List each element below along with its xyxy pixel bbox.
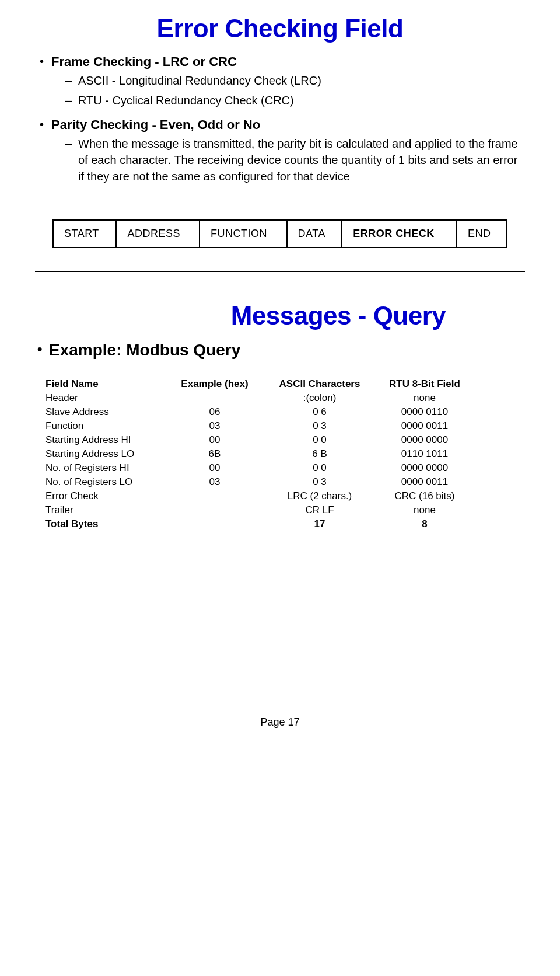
cell-hex: 6B [168, 447, 261, 461]
hdr-field-name: Field Name [46, 377, 168, 391]
cell-ascii: 17 [261, 517, 378, 531]
frame-table: START ADDRESS FUNCTION DATA ERROR CHECK … [52, 219, 508, 248]
slide-divider [35, 271, 525, 272]
cell-ascii: LRC (2 chars.) [261, 489, 378, 503]
table-row-total: Total Bytes 17 8 [46, 517, 525, 531]
cell-name: Trailer [46, 503, 168, 517]
bullet2-head: Parity Checking - Even, Odd or No [51, 117, 525, 133]
sub-parity-desc: When the message is transmitted, the par… [65, 135, 525, 184]
sub-rtu-crc: RTU - Cyclical Redundancy Check (CRC) [65, 92, 525, 109]
cell-hex: 00 [168, 461, 261, 475]
cell-rtu: 0000 0000 [378, 461, 471, 475]
bottom-divider [35, 695, 525, 695]
cell-ascii: 0 3 [261, 475, 378, 489]
sub-ascii-lrc: ASCII - Longitudinal Redundancy Check (L… [65, 72, 525, 89]
page-number: Page 17 [35, 716, 525, 728]
cell-ascii: 0 3 [261, 419, 378, 433]
frame-cell-function: FUNCTION [200, 220, 287, 248]
table-row: No. of Registers HI 00 0 0 0000 0000 [46, 461, 525, 475]
table-row: Function 03 0 3 0000 0011 [46, 419, 525, 433]
frame-cell-address: ADDRESS [116, 220, 199, 248]
cell-rtu: 0000 0011 [378, 419, 471, 433]
frame-cell-end: END [457, 220, 507, 248]
cell-hex: 00 [168, 433, 261, 447]
cell-name: No. of Registers LO [46, 475, 168, 489]
frame-cell-start: START [53, 220, 116, 248]
cell-hex [168, 517, 261, 531]
cell-name: Starting Address HI [46, 433, 168, 447]
cell-name: Total Bytes [46, 517, 168, 531]
table-row: No. of Registers LO 03 0 3 0000 0011 [46, 475, 525, 489]
cell-name: Slave Address [46, 405, 168, 419]
bullet-parity-checking: Parity Checking - Even, Odd or No When t… [37, 117, 525, 184]
bullet-frame-checking: Frame Checking - LRC or CRC ASCII - Long… [37, 54, 525, 109]
bullet2-sublist: When the message is transmitted, the par… [65, 135, 525, 184]
table-header-row: Field Name Example (hex) ASCII Character… [46, 377, 525, 391]
cell-hex [168, 489, 261, 503]
table-row: Header :(colon) none [46, 391, 525, 405]
query-table: Field Name Example (hex) ASCII Character… [46, 377, 525, 531]
cell-ascii: 0 0 [261, 433, 378, 447]
table-row: Error Check LRC (2 chars.) CRC (16 bits) [46, 489, 525, 503]
cell-hex: 06 [168, 405, 261, 419]
table-row: Trailer CR LF none [46, 503, 525, 517]
cell-name: Starting Address LO [46, 447, 168, 461]
cell-hex [168, 391, 261, 405]
frame-table-wrap: START ADDRESS FUNCTION DATA ERROR CHECK … [52, 219, 508, 248]
cell-rtu: none [378, 391, 471, 405]
table-row: Slave Address 06 0 6 0000 0110 [46, 405, 525, 419]
cell-name: Error Check [46, 489, 168, 503]
cell-ascii: CR LF [261, 503, 378, 517]
cell-rtu: CRC (16 bits) [378, 489, 471, 503]
cell-rtu: none [378, 503, 471, 517]
cell-name: No. of Registers HI [46, 461, 168, 475]
cell-name: Header [46, 391, 168, 405]
slide1-bullets: Frame Checking - LRC or CRC ASCII - Long… [37, 54, 525, 184]
hdr-example-hex: Example (hex) [168, 377, 261, 391]
table-row: Starting Address LO 6B 6 B 0110 1011 [46, 447, 525, 461]
example-modbus-query: Example: Modbus Query [35, 341, 525, 360]
hdr-rtu-field: RTU 8-Bit Field [378, 377, 471, 391]
hdr-ascii-chars: ASCII Characters [261, 377, 378, 391]
slide2-title: Messages - Query [152, 301, 525, 330]
cell-rtu: 0000 0011 [378, 475, 471, 489]
cell-rtu: 0110 1011 [378, 447, 471, 461]
cell-ascii: 6 B [261, 447, 378, 461]
bullet1-sublist: ASCII - Longitudinal Redundancy Check (L… [65, 72, 525, 109]
cell-ascii: 0 0 [261, 461, 378, 475]
cell-hex: 03 [168, 475, 261, 489]
cell-name: Function [46, 419, 168, 433]
cell-ascii: 0 6 [261, 405, 378, 419]
table-row: Starting Address HI 00 0 0 0000 0000 [46, 433, 525, 447]
frame-cell-data: DATA [287, 220, 342, 248]
frame-cell-error-check: ERROR CHECK [342, 220, 457, 248]
cell-rtu: 0000 0110 [378, 405, 471, 419]
cell-rtu: 8 [378, 517, 471, 531]
cell-rtu: 0000 0000 [378, 433, 471, 447]
bullet1-head: Frame Checking - LRC or CRC [51, 54, 525, 70]
cell-hex: 03 [168, 419, 261, 433]
cell-ascii: :(colon) [261, 391, 378, 405]
slide1-title: Error Checking Field [35, 14, 525, 43]
cell-hex [168, 503, 261, 517]
